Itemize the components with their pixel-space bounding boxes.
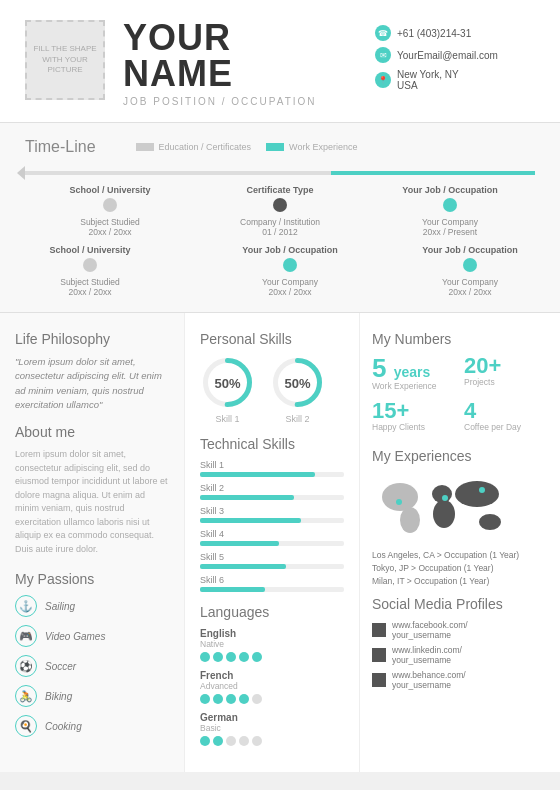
header-section: FILL THE SHAPE WITH YOUR PICTURE YOUR NA… bbox=[0, 0, 560, 123]
number-coffee: 4 Coffee per Day bbox=[464, 400, 548, 433]
social-facebook: www.facebook.com/your_username bbox=[372, 620, 548, 640]
passion-cooking: 🍳 Cooking bbox=[15, 715, 169, 737]
about-text: Lorem ipsum dolor sit amet, consectetur … bbox=[15, 448, 169, 556]
node-icon-1 bbox=[103, 198, 117, 212]
circle-2-container: 50% bbox=[270, 355, 325, 410]
linkedin-icon bbox=[372, 648, 386, 662]
svg-point-5 bbox=[400, 507, 420, 533]
timeline-title: Time-Line bbox=[25, 138, 96, 156]
experiences-section: My Experiences bbox=[372, 448, 548, 586]
tech-skills-section: Technical Skills Skill 1 Skill 2 Skill 3… bbox=[200, 436, 344, 592]
node-icon-6 bbox=[463, 258, 477, 272]
soccer-icon: ⚽ bbox=[15, 655, 37, 677]
tech-skill-4: Skill 4 bbox=[200, 529, 344, 546]
passion-biking-label: Biking bbox=[45, 691, 72, 702]
svg-point-4 bbox=[382, 483, 418, 511]
timeline-bar bbox=[25, 171, 535, 175]
english-dots bbox=[200, 652, 344, 662]
skill-circle-2: 50% Skill 2 bbox=[270, 355, 325, 424]
philosophy-title: Life Philosophy bbox=[15, 331, 169, 347]
svg-point-9 bbox=[479, 514, 501, 530]
numbers-title: My Numbers bbox=[372, 331, 548, 347]
about-title: About me bbox=[15, 424, 169, 440]
social-linkedin: www.linkedin.com/your_username bbox=[372, 645, 548, 665]
timeline-node-1: School / University Subject Studied 20xx… bbox=[25, 185, 195, 237]
timeline-arrow bbox=[17, 166, 25, 180]
svg-point-7 bbox=[433, 500, 455, 528]
exp-milan: Milan, IT > Occupation (1 Year) bbox=[372, 576, 548, 586]
cooking-icon: 🍳 bbox=[15, 715, 37, 737]
world-map bbox=[372, 472, 548, 542]
legend-edu-box bbox=[136, 143, 154, 151]
french-dots bbox=[200, 694, 344, 704]
tech-skills-title: Technical Skills bbox=[200, 436, 344, 452]
tech-skill-5: Skill 5 bbox=[200, 552, 344, 569]
timeline-node-6: Your Job / Occupation Your Company 20xx … bbox=[405, 245, 535, 297]
languages-section: Languages English Native French Advanced bbox=[200, 604, 344, 746]
name-block: YOUR NAME JOB POSITION / OCCUPATION bbox=[123, 20, 365, 107]
exp-la: Los Angeles, CA > Occupation (1 Year) bbox=[372, 550, 548, 560]
philosophy-quote: "Lorem ipsum dolor sit amet, consectetur… bbox=[15, 355, 169, 412]
tech-skill-2: Skill 2 bbox=[200, 483, 344, 500]
resume-page: FILL THE SHAPE WITH YOUR PICTURE YOUR NA… bbox=[0, 0, 560, 772]
node-icon-3 bbox=[443, 198, 457, 212]
skill1-pct: 50% bbox=[214, 375, 240, 390]
skill2-label: Skill 2 bbox=[285, 414, 309, 424]
languages-title: Languages bbox=[200, 604, 344, 620]
timeline-node-5: Your Job / Occupation Your Company 20xx … bbox=[225, 245, 355, 297]
tech-skill-1: Skill 1 bbox=[200, 460, 344, 477]
photo-placeholder-text: FILL THE SHAPE WITH YOUR PICTURE bbox=[27, 44, 103, 75]
tech-skill-3: Skill 3 bbox=[200, 506, 344, 523]
timeline-line bbox=[25, 171, 535, 175]
passions-list: ⚓ Sailing 🎮 Video Games ⚽ Soccer 🚴 Bikin… bbox=[15, 595, 169, 737]
social-title: Social Media Profiles bbox=[372, 596, 548, 612]
passion-soccer: ⚽ Soccer bbox=[15, 655, 169, 677]
job-title: JOB POSITION / OCCUPATION bbox=[123, 96, 365, 107]
passion-sailing-label: Sailing bbox=[45, 601, 75, 612]
passion-cooking-label: Cooking bbox=[45, 721, 82, 732]
location-contact: 📍 New York, NYUSA bbox=[375, 69, 535, 91]
skill1-label: Skill 1 bbox=[215, 414, 239, 424]
phone-contact: ☎ +61 (403)214-31 bbox=[375, 25, 535, 41]
skills-circles: 50% Skill 1 50% Skill 2 bbox=[200, 355, 344, 424]
main-content: Life Philosophy "Lorem ipsum dolor sit a… bbox=[0, 313, 560, 772]
node-icon-2 bbox=[273, 198, 287, 212]
full-name: YOUR NAME bbox=[123, 20, 365, 92]
videogames-icon: 🎮 bbox=[15, 625, 37, 647]
skill2-pct: 50% bbox=[284, 375, 310, 390]
middle-column: Personal Skills 50% Skill 1 bbox=[185, 313, 360, 772]
sailing-icon: ⚓ bbox=[15, 595, 37, 617]
number-projects: 20+ Projects bbox=[464, 355, 548, 392]
skill-circle-1: 50% Skill 1 bbox=[200, 355, 255, 424]
timeline-node-3: Your Job / Occupation Your Company 20xx … bbox=[365, 185, 535, 237]
numbers-grid: 5 years Work Experience 20+ Projects 15+… bbox=[372, 355, 548, 433]
legend-work: Work Experience bbox=[266, 142, 357, 152]
number-clients: 15+ Happy Clients bbox=[372, 400, 456, 433]
legend-work-box bbox=[266, 143, 284, 151]
lang-english: English Native bbox=[200, 628, 344, 662]
profile-photo: FILL THE SHAPE WITH YOUR PICTURE bbox=[25, 20, 105, 100]
timeline-teal-bar bbox=[331, 171, 535, 175]
passion-sailing: ⚓ Sailing bbox=[15, 595, 169, 617]
timeline-node-4: School / University Subject Studied 20xx… bbox=[25, 245, 155, 297]
email-icon: ✉ bbox=[375, 47, 391, 63]
behance-icon bbox=[372, 673, 386, 687]
timeline-top-nodes: School / University Subject Studied 20xx… bbox=[25, 185, 535, 237]
tech-skill-6: Skill 6 bbox=[200, 575, 344, 592]
world-map-svg bbox=[372, 472, 517, 542]
passion-videogames-label: Video Games bbox=[45, 631, 105, 642]
map-dot-la bbox=[396, 499, 402, 505]
social-behance: www.behance.com/your_username bbox=[372, 670, 548, 690]
node-icon-5 bbox=[283, 258, 297, 272]
legend-edu: Education / Certificates bbox=[136, 142, 252, 152]
exp-tokyo: Tokyo, JP > Occupation (1 Year) bbox=[372, 563, 548, 573]
timeline-section: Time-Line Education / Certificates Work … bbox=[0, 123, 560, 313]
biking-icon: 🚴 bbox=[15, 685, 37, 707]
german-dots bbox=[200, 736, 344, 746]
passion-videogames: 🎮 Video Games bbox=[15, 625, 169, 647]
email-contact: ✉ YourEmail@email.com bbox=[375, 47, 535, 63]
facebook-icon bbox=[372, 623, 386, 637]
social-section: Social Media Profiles www.facebook.com/y… bbox=[372, 596, 548, 690]
experiences-title: My Experiences bbox=[372, 448, 548, 464]
circle-1-container: 50% bbox=[200, 355, 255, 410]
